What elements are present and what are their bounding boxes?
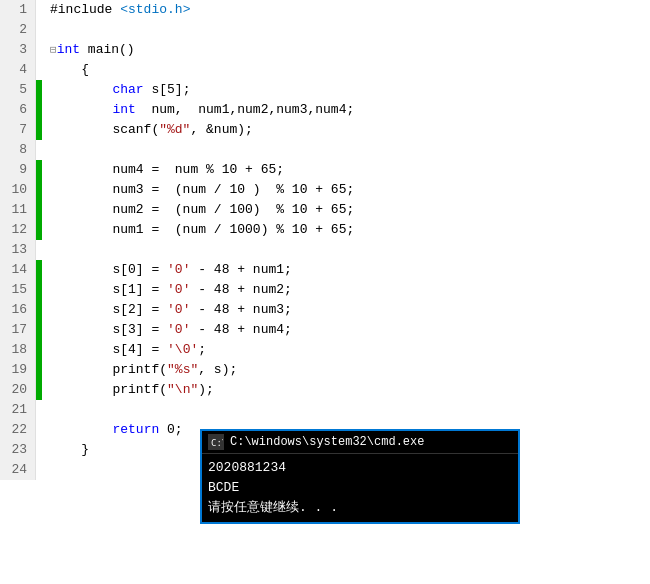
code-line-11: 11 num2 = (num / 100) % 10 + 65; xyxy=(0,200,650,220)
code-line-3: 3 ⊟int main() xyxy=(0,40,650,60)
code-line-21: 21 xyxy=(0,400,650,420)
code-line-19: 19 printf("%s", s); xyxy=(0,360,650,380)
code-line-16: 16 s[2] = '0' - 48 + num3; xyxy=(0,300,650,320)
fold-marker[interactable]: ⊟ xyxy=(50,44,57,56)
terminal-popup[interactable]: C:\ C:\windows\system32\cmd.exe 20208812… xyxy=(200,429,520,524)
code-line-9: 9 num4 = num % 10 + 65; xyxy=(0,160,650,180)
code-line-5: 5 char s[5]; xyxy=(0,80,650,100)
code-line-14: 14 s[0] = '0' - 48 + num1; xyxy=(0,260,650,280)
code-line-12: 12 num1 = (num / 1000) % 10 + 65; xyxy=(0,220,650,240)
code-line-10: 10 num3 = (num / 10 ) % 10 + 65; xyxy=(0,180,650,200)
code-line-18: 18 s[4] = '\0'; xyxy=(0,340,650,360)
code-line-8: 8 xyxy=(0,140,650,160)
code-line-7: 7 scanf("%d", &num); xyxy=(0,120,650,140)
code-line-17: 17 s[3] = '0' - 48 + num4; xyxy=(0,320,650,340)
code-line-4: 4 { xyxy=(0,60,650,80)
code-line-6: 6 int num, num1,num2,num3,num4; xyxy=(0,100,650,120)
svg-text:C:\: C:\ xyxy=(211,438,223,448)
code-line-2: 2 xyxy=(0,20,650,40)
code-line-20: 20 printf("\n"); xyxy=(0,380,650,400)
terminal-titlebar: C:\ C:\windows\system32\cmd.exe xyxy=(202,431,518,454)
terminal-output-1: 2020881234 xyxy=(208,458,512,478)
terminal-title: C:\windows\system32\cmd.exe xyxy=(230,435,424,449)
terminal-output-3: 请按任意键继续. . . xyxy=(208,498,512,518)
code-line-15: 15 s[1] = '0' - 48 + num2; xyxy=(0,280,650,300)
terminal-body: 2020881234 BCDE 请按任意键继续. . . xyxy=(202,454,518,522)
code-editor: 1 #include <stdio.h> 2 3 ⊟int main() 4 {… xyxy=(0,0,650,584)
code-area: 1 #include <stdio.h> 2 3 ⊟int main() 4 {… xyxy=(0,0,650,480)
code-line-1: 1 #include <stdio.h> xyxy=(0,0,650,20)
terminal-output-2: BCDE xyxy=(208,478,512,498)
code-line-13: 13 xyxy=(0,240,650,260)
cmd-icon: C:\ xyxy=(208,434,224,450)
